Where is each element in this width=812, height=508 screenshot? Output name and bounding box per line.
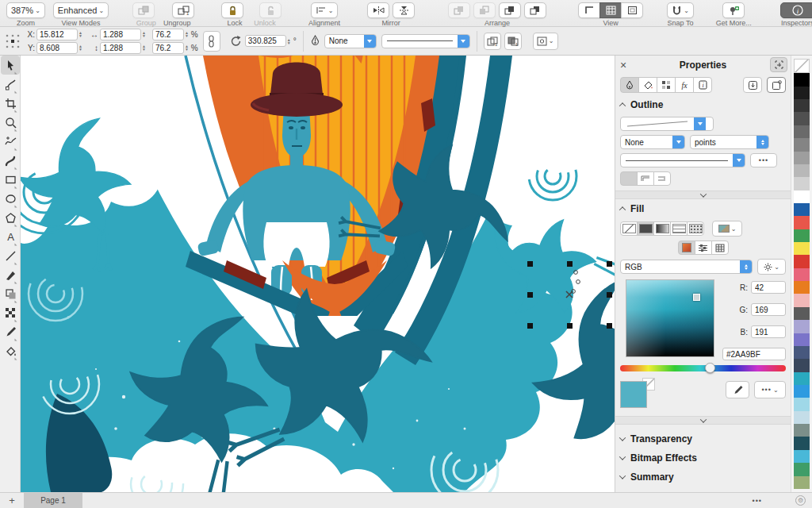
b-input[interactable]	[751, 325, 786, 338]
palette-swatch[interactable]	[794, 385, 810, 398]
mirror-vertical-button[interactable]	[393, 2, 415, 18]
tool-polygon[interactable]	[1, 208, 20, 227]
y-position-input[interactable]	[36, 42, 78, 54]
outline-section-header[interactable]: Outline	[620, 97, 786, 113]
palette-options-icon[interactable]: ⚙	[795, 495, 806, 506]
tool-shape[interactable]	[1, 75, 20, 94]
palette-swatch[interactable]	[794, 346, 810, 359]
rotation-stepper[interactable]: ▲▼	[287, 38, 291, 44]
width-percent-stepper[interactable]: ▲▼	[185, 31, 189, 37]
outline-width-select[interactable]: None	[324, 34, 377, 48]
palette-swatch[interactable]	[794, 87, 810, 99]
palette-swatch[interactable]	[794, 242, 810, 255]
tab-fill[interactable]	[638, 77, 657, 93]
height-percent-input[interactable]	[152, 42, 184, 54]
swatch-options-dropdown[interactable]: ••• ⌄	[754, 381, 786, 398]
r-input[interactable]	[751, 281, 786, 294]
palette-swatch[interactable]	[794, 294, 810, 306]
palette-swatch[interactable]	[794, 152, 810, 164]
tool-eyedropper[interactable]	[1, 322, 20, 341]
mirror-horizontal-button[interactable]	[367, 2, 389, 18]
bitmap-effects-section-header[interactable]: Bitmap Effects	[620, 450, 786, 466]
palette-swatch[interactable]	[794, 164, 810, 177]
anchor-point-selector[interactable]	[5, 33, 21, 49]
view-page-button[interactable]	[621, 2, 643, 18]
palette-swatch[interactable]	[794, 424, 810, 437]
palette-swatch[interactable]	[794, 73, 810, 86]
palette-swatch[interactable]	[794, 216, 810, 229]
palette-swatch[interactable]	[794, 463, 810, 475]
to-back-button[interactable]	[473, 2, 496, 18]
ungroup-button[interactable]: 1	[172, 2, 194, 18]
wireframe-options-dropdown[interactable]: ⌄	[533, 33, 558, 50]
palette-swatch[interactable]	[794, 125, 810, 138]
x-position-input[interactable]	[36, 29, 78, 40]
color-options-dropdown[interactable]: ⌄	[757, 259, 786, 275]
palette-swatch[interactable]	[794, 450, 810, 463]
fill-pattern-button[interactable]	[670, 221, 688, 236]
palette-swatch[interactable]	[794, 138, 810, 151]
add-page-button[interactable]: +	[0, 495, 24, 506]
zoom-dropdown[interactable]: 387%⌄	[6, 2, 45, 18]
tool-zoom[interactable]	[1, 113, 20, 132]
outline-width-preset-select[interactable]	[620, 117, 714, 131]
fill-texture-button[interactable]	[687, 221, 704, 236]
outline-style-select[interactable]	[381, 34, 470, 48]
g-input[interactable]	[751, 303, 786, 316]
palette-swatch[interactable]	[794, 268, 810, 281]
snap-to-dropdown[interactable]: ⌄	[667, 2, 694, 18]
y-stepper[interactable]: ▲▼	[79, 44, 82, 51]
palette-swatch[interactable]	[794, 99, 810, 112]
fill-picker-dropdown[interactable]: ⌄	[712, 221, 742, 237]
width-input[interactable]	[100, 29, 141, 40]
tab-summary[interactable]: i	[693, 77, 712, 93]
drawing-canvas[interactable]	[21, 56, 615, 492]
unlock-button[interactable]	[259, 2, 282, 18]
height-stepper[interactable]: ▲▼	[142, 44, 146, 51]
color-field[interactable]	[626, 279, 714, 357]
fill-section-header[interactable]: Fill	[620, 201, 786, 217]
eyedropper-button[interactable]	[726, 381, 749, 398]
palette-swatch[interactable]	[794, 307, 810, 320]
color-marker[interactable]	[693, 294, 700, 301]
fill-solid-button[interactable]	[637, 221, 654, 236]
view-grid-button[interactable]	[599, 2, 622, 18]
tool-text[interactable]: A	[1, 227, 20, 246]
palette-swatch[interactable]	[794, 437, 810, 449]
color-viewer-button[interactable]	[678, 241, 695, 255]
fill-gradient-button[interactable]	[653, 221, 671, 236]
tool-calligraphy[interactable]	[1, 265, 20, 284]
tool-pick[interactable]	[1, 56, 20, 75]
palette-swatch[interactable]	[794, 190, 810, 203]
hue-handle[interactable]	[705, 363, 715, 373]
outline-width-value-select[interactable]: None	[620, 135, 685, 149]
page-tab[interactable]: Page 1	[24, 493, 82, 508]
inspectors-button[interactable]: i	[780, 2, 812, 18]
page-options-button[interactable]	[767, 77, 786, 93]
palette-swatch[interactable]	[794, 333, 810, 346]
corner-style-option[interactable]	[637, 171, 654, 186]
palette-swatch[interactable]	[794, 476, 810, 489]
palette-swatch[interactable]	[794, 320, 810, 333]
tool-rectangle[interactable]	[1, 170, 20, 189]
fill-none-button[interactable]	[620, 221, 638, 236]
color-palette-button[interactable]	[711, 241, 729, 255]
palette-more-button[interactable]: •••	[753, 497, 762, 505]
import-styles-button[interactable]	[743, 77, 762, 93]
transform-inspector-button[interactable]	[770, 57, 787, 72]
tool-artistic-media[interactable]	[1, 151, 20, 170]
width-stepper[interactable]: ▲▼	[142, 31, 146, 37]
height-input[interactable]	[100, 42, 141, 54]
tab-transparency[interactable]	[657, 77, 676, 93]
hex-input[interactable]	[722, 348, 786, 360]
outline-collapse-strip[interactable]	[615, 190, 791, 199]
palette-swatch[interactable]	[794, 112, 810, 125]
convert-outline-button[interactable]: 1	[484, 33, 501, 50]
forward-one-button[interactable]	[499, 2, 521, 18]
tab-effects[interactable]: fx	[675, 77, 694, 93]
view-border-button[interactable]	[578, 2, 600, 18]
tab-outline[interactable]	[620, 77, 639, 93]
tool-freehand[interactable]	[1, 132, 20, 151]
fill-color-swatch[interactable]	[620, 381, 647, 408]
get-more-button[interactable]	[722, 2, 745, 18]
